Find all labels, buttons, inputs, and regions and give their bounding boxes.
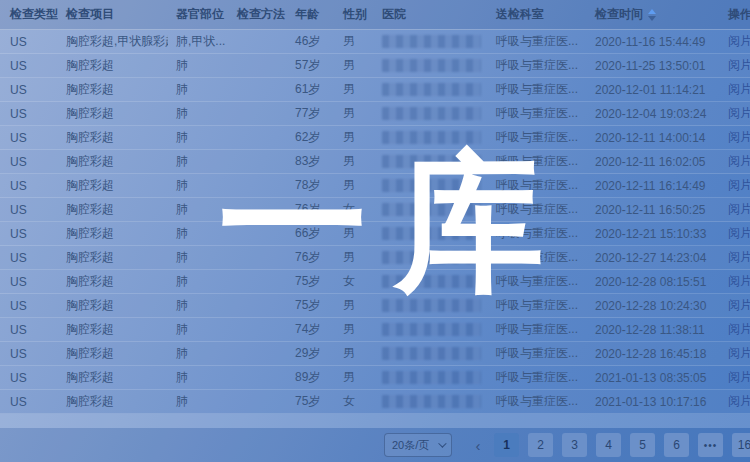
table-row[interactable]: US胸腔彩超肺76岁男呼吸与重症医...2020-12-27 14:23:04阅… [0,246,750,270]
view-images-link[interactable]: 阅片 [728,129,750,146]
view-images-link[interactable]: 阅片 [728,369,750,386]
col-header-exam-item[interactable]: 检查项目 [58,0,168,29]
page-size-select[interactable]: 20条/页 [384,433,452,457]
organ-cell: 肺 [168,318,229,341]
page-button-5[interactable]: 5 [630,433,655,457]
table-row[interactable]: US胸腔彩超,甲状腺彩超肺,甲状...46岁男呼吸与重症医...2020-11-… [0,30,750,54]
page-button-1[interactable]: 1 [494,433,519,457]
col-header-method[interactable]: 检查方法 [229,0,287,29]
department-cell: 呼吸与重症医... [488,342,587,365]
exam-item-cell: 胸腔彩超 [58,174,168,197]
table-row[interactable]: US胸腔彩超肺83岁男呼吸与重症医...2020-12-11 16:02:05阅… [0,150,750,174]
prev-page-button[interactable]: ‹ [471,433,485,457]
department-cell: 呼吸与重症医... [488,270,587,293]
gender-cell: 男 [335,54,374,77]
exam-time-cell: 2020-12-11 16:50:25 [587,198,720,221]
exam-time-cell: 2021-01-13 08:35:05 [587,366,720,389]
page-button-16[interactable]: 16 [732,433,750,457]
hospital-cell-redacted [374,270,488,293]
view-images-link[interactable]: 阅片 [728,153,750,170]
department-cell: 呼吸与重症医... [488,54,587,77]
view-images-link[interactable]: 阅片 [728,33,750,50]
age-cell: 76岁 [287,246,335,269]
gender-cell: 男 [335,126,374,149]
table-row[interactable]: US胸腔彩超肺77岁男呼吸与重症医...2020-12-04 19:03:24阅… [0,102,750,126]
organ-cell: 肺 [168,294,229,317]
gender-cell: 男 [335,294,374,317]
table-row[interactable]: US胸腔彩超肺89岁男呼吸与重症医...2021-01-13 08:35:05阅… [0,366,750,390]
department-cell: 呼吸与重症医... [488,366,587,389]
exam-item-cell: 胸腔彩超 [58,198,168,221]
view-images-link[interactable]: 阅片 [728,393,750,410]
exam-item-cell: 胸腔彩超 [58,390,168,413]
age-cell: 77岁 [287,102,335,125]
method-cell [229,54,287,77]
col-header-exam-type[interactable]: 检查类型 [0,0,58,29]
redaction-blur [382,275,481,288]
table-row[interactable]: US胸腔彩超肺75岁男呼吸与重症医...2020-12-28 10:24:30阅… [0,294,750,318]
col-header-gender[interactable]: 性别 [335,0,374,29]
table-row[interactable]: US胸腔彩超肺75岁女呼吸与重症医...2020-12-28 08:15:51阅… [0,270,750,294]
gender-cell: 男 [335,78,374,101]
method-cell [229,318,287,341]
operation-cell: 阅片 [720,150,750,173]
page-button-3[interactable]: 3 [562,433,587,457]
table-row[interactable]: US胸腔彩超肺66岁男呼吸与重症医...2020-12-21 15:10:33阅… [0,222,750,246]
table-row[interactable]: US胸腔彩超肺75岁女呼吸与重症医...2021-01-13 10:17:16阅… [0,390,750,414]
age-cell: 75岁 [287,270,335,293]
view-images-link[interactable]: 阅片 [728,249,750,266]
exam-type-cell: US [0,102,58,125]
exam-type-cell: US [0,174,58,197]
view-images-link[interactable]: 阅片 [728,345,750,362]
exam-time-cell: 2020-12-11 16:14:49 [587,174,720,197]
col-header-organ[interactable]: 器官部位 [168,0,229,29]
gender-cell: 女 [335,270,374,293]
exam-time-cell: 2020-12-01 11:14:21 [587,78,720,101]
hospital-cell-redacted [374,342,488,365]
sort-caret-down-icon[interactable] [648,16,656,21]
organ-cell: 肺 [168,174,229,197]
method-cell [229,102,287,125]
page-button-2[interactable]: 2 [528,433,553,457]
table-row[interactable]: US胸腔彩超肺57岁男呼吸与重症医...2020-11-25 13:50:01阅… [0,54,750,78]
col-header-department[interactable]: 送检科室 [488,0,587,29]
view-images-link[interactable]: 阅片 [728,201,750,218]
view-images-link[interactable]: 阅片 [728,297,750,314]
page-ellipsis-button[interactable]: ••• [698,433,723,457]
table-row[interactable]: US胸腔彩超肺29岁男呼吸与重症医...2020-12-28 16:45:18阅… [0,342,750,366]
view-images-link[interactable]: 阅片 [728,273,750,290]
age-cell: 78岁 [287,174,335,197]
view-images-link[interactable]: 阅片 [728,57,750,74]
col-header-hospital[interactable]: 医院 [374,0,488,29]
sort-caret-icon[interactable] [648,9,656,21]
organ-cell: 肺 [168,246,229,269]
exam-item-cell: 胸腔彩超 [58,318,168,341]
age-cell: 66岁 [287,222,335,245]
chevron-down-icon [438,439,446,447]
view-images-link[interactable]: 阅片 [728,225,750,242]
organ-cell: 肺 [168,54,229,77]
operation-cell: 阅片 [720,294,750,317]
exam-type-cell: US [0,246,58,269]
table-row[interactable]: US胸腔彩超肺61岁男呼吸与重症医...2020-12-01 11:14:21阅… [0,78,750,102]
table-row[interactable]: US胸腔彩超肺78岁男呼吸与重症医...2020-12-11 16:14:49阅… [0,174,750,198]
view-images-link[interactable]: 阅片 [728,105,750,122]
age-cell: 75岁 [287,390,335,413]
operation-cell: 阅片 [720,78,750,101]
col-header-exam-time[interactable]: 检查时间 [587,0,720,29]
table-row[interactable]: US胸腔彩超肺76岁女呼吸与重症医...2020-12-11 16:50:25阅… [0,198,750,222]
exam-item-cell: 胸腔彩超,甲状腺彩超 [58,30,168,53]
page-button-4[interactable]: 4 [596,433,621,457]
table-row[interactable]: US胸腔彩超肺62岁男呼吸与重症医...2020-12-11 14:00:14阅… [0,126,750,150]
table-row[interactable]: US胸腔彩超肺74岁男呼吸与重症医...2020-12-28 11:38:11阅… [0,318,750,342]
view-images-link[interactable]: 阅片 [728,177,750,194]
view-images-link[interactable]: 阅片 [728,321,750,338]
sort-caret-up-icon[interactable] [648,9,656,14]
hospital-cell-redacted [374,102,488,125]
col-header-age[interactable]: 年龄 [287,0,335,29]
view-images-link[interactable]: 阅片 [728,81,750,98]
redaction-blur [382,131,481,144]
department-cell: 呼吸与重症医... [488,126,587,149]
page-button-6[interactable]: 6 [664,433,689,457]
exam-list-screen: 检查类型 检查项目 器官部位 检查方法 年龄 性别 医院 送检科室 检查时间 操… [0,0,750,462]
